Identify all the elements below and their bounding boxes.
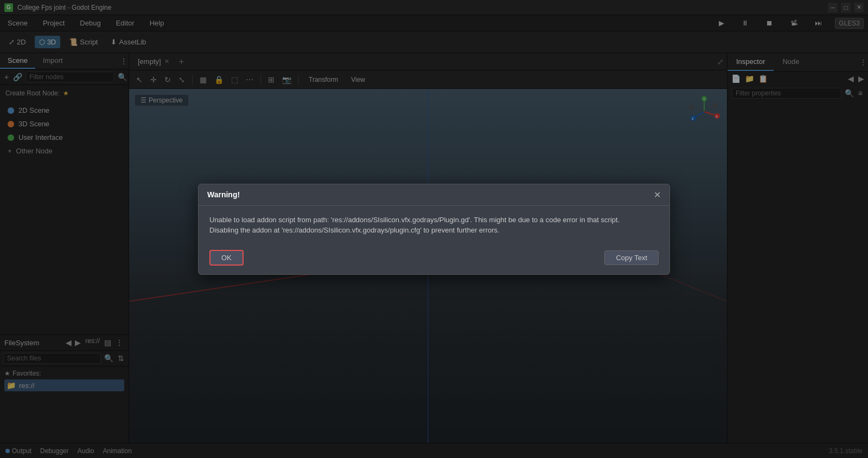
dialog-footer: OK Copy Text: [199, 244, 669, 274]
dialog-overlay: Warning! ✕ Unable to load addon script f…: [0, 0, 868, 458]
dialog-message-line2: Disabling the addon at 'res://addons/SIs…: [209, 225, 659, 236]
dialog-copy-button[interactable]: Copy Text: [604, 250, 659, 265]
dialog-header: Warning! ✕: [199, 184, 669, 206]
dialog-ok-button[interactable]: OK: [209, 250, 244, 266]
dialog-close-button[interactable]: ✕: [654, 190, 661, 200]
dialog-body: Unable to load addon script from path: '…: [199, 206, 669, 244]
warning-dialog: Warning! ✕ Unable to load addon script f…: [198, 184, 670, 275]
dialog-message-line1: Unable to load addon script from path: '…: [209, 215, 659, 225]
dialog-title: Warning!: [207, 190, 240, 199]
